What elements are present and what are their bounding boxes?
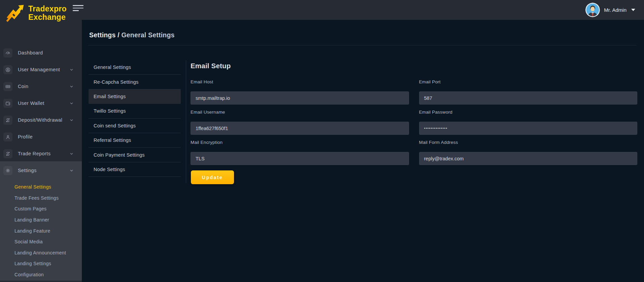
chevron-down-icon [69, 101, 74, 106]
sidebar-item-label: Profile [18, 134, 33, 139]
mail-form-address-input[interactable] [419, 152, 638, 165]
sidebar-item-dashboard[interactable]: Dashboard [0, 44, 82, 61]
sidebar-item-label: Coin [18, 84, 28, 89]
email-setup-form: Email Host Email Port Email Username Ema… [191, 79, 637, 170]
submenu-item-trade-fees-settings[interactable]: Trade Fees Settings [0, 193, 82, 204]
subnav-item-referral-settings[interactable]: Referral Settings [89, 133, 181, 148]
page: Tradexpro Exchange Dashboard U [0, 0, 644, 282]
subnav-item-node-settings[interactable]: Node Settings [89, 162, 181, 177]
field-email-port: Email Port [419, 79, 638, 105]
sidebar: Tradexpro Exchange Dashboard U [0, 0, 82, 282]
settings-expanded-panel: Settings General Settings Trade Fees Set… [0, 161, 82, 281]
subnav-item-general-settings[interactable]: General Settings [89, 60, 181, 75]
sidebar-nav: Dashboard User Management [0, 44, 82, 162]
sidebar-item-user-wallet[interactable]: User Wallet [0, 95, 82, 112]
user-circle-icon [3, 65, 12, 74]
email-port-input[interactable] [419, 91, 638, 105]
sidebar-item-trade-reports[interactable]: Trade Reports [0, 145, 82, 162]
submenu-item-landing-banner[interactable]: Landing Banner [0, 214, 82, 226]
email-host-label: Email Host [191, 79, 409, 85]
submenu-item-custom-pages[interactable]: Custom Pages [0, 203, 82, 214]
breadcrumb: Settings / General Settings [89, 31, 175, 39]
gauge-icon [3, 48, 12, 57]
vertical-divider [186, 60, 186, 183]
mail-form-address-label: Mail Form Address [419, 140, 638, 146]
settings-subnav: General Settings Re-Capcha Settings Emai… [89, 60, 181, 177]
email-username-label: Email Username [191, 110, 409, 115]
field-email-password: Email Password [419, 110, 638, 135]
sidebar-item-coin[interactable]: Coin [0, 78, 82, 95]
chevron-down-icon [69, 84, 74, 89]
field-email-username: Email Username [191, 110, 409, 135]
subnav-item-coin-send-settings[interactable]: Coin send Settings [89, 119, 181, 133]
email-host-input[interactable] [191, 91, 409, 105]
brand-logo[interactable]: Tradexpro Exchange [5, 3, 67, 24]
submenu-item-landing-settings[interactable]: Landing Settings [0, 258, 82, 269]
wallet-icon [3, 99, 12, 108]
submenu-item-configuration[interactable]: Configuration [0, 269, 82, 280]
mail-encryption-input[interactable] [191, 152, 409, 165]
subnav-item-email-settings[interactable]: Email Settings [89, 89, 181, 104]
sidebar-item-label: Deposit/Withdrawal [18, 117, 62, 123]
hamburger-menu-icon[interactable] [73, 5, 83, 13]
chevron-down-icon [69, 152, 74, 156]
breadcrumb-divider [88, 45, 636, 45]
gear-icon [3, 166, 12, 175]
chevron-down-icon [69, 118, 74, 122]
sidebar-item-label: User Wallet [18, 100, 44, 106]
caret-down-icon [631, 9, 635, 11]
breadcrumb-section: Settings / [89, 31, 120, 39]
sidebar-item-user-management[interactable]: User Management [0, 61, 82, 78]
update-button[interactable]: Update [191, 170, 234, 184]
brand-bolt-icon [5, 3, 26, 24]
email-username-input[interactable] [191, 122, 409, 135]
sidebar-item-label: Settings [18, 168, 37, 173]
main-content: Settings / General Settings General Sett… [82, 20, 644, 282]
sidebar-item-profile[interactable]: Profile [0, 128, 82, 145]
submenu-item-general-settings[interactable]: General Settings [0, 182, 82, 193]
cash-icon [3, 82, 12, 91]
sidebar-item-deposit-withdrawal[interactable]: Deposit/Withdrawal [0, 112, 82, 128]
cycle-arrows-icon [3, 149, 12, 158]
submenu-item-landing-feature[interactable]: Landing Feature [0, 225, 82, 236]
field-mail-form-address: Mail Form Address [419, 140, 638, 165]
submenu-item-landing-announcement[interactable]: Landing Announcement [0, 247, 82, 258]
avatar [585, 3, 600, 17]
chevron-down-icon [69, 68, 74, 72]
brand-name: Tradexpro Exchange [28, 5, 67, 22]
user-menu[interactable]: Mr. Admin [585, 0, 635, 20]
user-name: Mr. Admin [604, 7, 626, 13]
field-email-host: Email Host [191, 79, 409, 105]
settings-submenu: General Settings Trade Fees Settings Cus… [0, 182, 82, 280]
sidebar-item-label: Trade Reports [18, 151, 50, 156]
email-password-label: Email Password [419, 110, 638, 115]
email-port-label: Email Port [419, 79, 638, 85]
field-mail-encryption: Mail Encryption [191, 140, 409, 165]
sidebar-item-label: Dashboard [18, 50, 43, 55]
mail-encryption-label: Mail Encryption [191, 140, 409, 146]
chevron-down-icon [69, 168, 74, 173]
email-password-input[interactable] [419, 122, 638, 135]
cycle-arrows-icon [3, 116, 12, 125]
submenu-item-social-media[interactable]: Social Media [0, 236, 82, 247]
breadcrumb-page: General Settings [121, 31, 174, 39]
form-title: Email Setup [191, 62, 231, 70]
subnav-item-coin-payment-settings[interactable]: Coin Payment Settings [89, 148, 181, 162]
top-header: Mr. Admin [82, 0, 644, 20]
subnav-item-re-capcha-settings[interactable]: Re-Capcha Settings [89, 75, 181, 89]
person-icon [3, 132, 12, 142]
sidebar-item-label: User Management [18, 67, 60, 72]
sidebar-item-settings[interactable]: Settings [0, 161, 82, 179]
subnav-item-twillo-settings[interactable]: Twillo Settings [89, 104, 181, 118]
